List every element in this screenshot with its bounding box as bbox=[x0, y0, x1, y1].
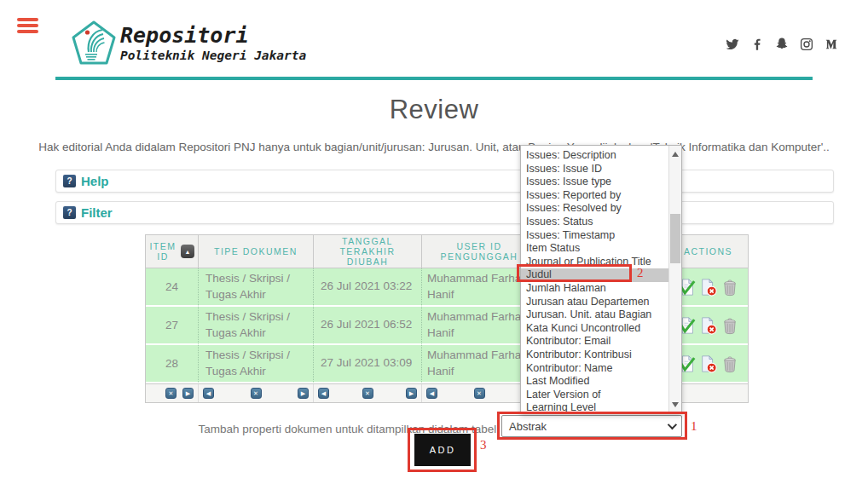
column-move-right-button[interactable]: ▶ bbox=[298, 388, 309, 399]
column-move-left-button[interactable]: ◀ bbox=[318, 388, 329, 399]
dropdown-option[interactable]: Journal or Publication Title bbox=[521, 256, 681, 269]
dropdown-option[interactable]: Issues: Timestamp bbox=[521, 229, 681, 243]
filter-panel-toggle[interactable]: ? Filter bbox=[55, 201, 834, 224]
property-select[interactable]: Abstrak bbox=[501, 415, 682, 437]
cell-tipe-dokumen: Thesis / Skripsi / Tugas Akhir bbox=[199, 345, 314, 383]
add-button-label: ADD bbox=[430, 445, 456, 455]
question-mark-icon: ? bbox=[63, 175, 76, 187]
dropdown-option[interactable]: Kontributor: Kontribusi bbox=[521, 349, 681, 362]
cell-item-id: 24 bbox=[146, 268, 199, 307]
review-page: Repositori Politeknik Negeri Jakarta Rev… bbox=[0, 0, 868, 484]
annotation-step-1: 1 bbox=[691, 419, 697, 434]
column-header-label: USER ID PENGUNGGAH bbox=[437, 241, 522, 262]
column-header-tipe-dokumen: TIPE DOKUMEN bbox=[199, 235, 314, 268]
cell-tanggal: 26 Jul 2021 06:52 bbox=[314, 307, 422, 345]
help-panel-toggle[interactable]: ? Help bbox=[55, 170, 834, 193]
dropdown-option[interactable]: Issues: Status bbox=[521, 216, 681, 229]
question-mark-icon: ? bbox=[63, 206, 76, 219]
column-header-item-id: ITEM ID ▲ bbox=[146, 235, 199, 268]
annotation-step-3: 3 bbox=[480, 438, 487, 452]
column-controls: ◀ ✕ ▶ bbox=[314, 383, 422, 402]
pnj-logo bbox=[70, 20, 118, 71]
instagram-icon[interactable] bbox=[799, 37, 814, 52]
dropdown-option[interactable]: Jurusan. Unit. atau Bagian bbox=[521, 308, 681, 322]
column-header-label: ACTIONS bbox=[684, 246, 732, 256]
dropdown-option[interactable]: Issues: Reported by bbox=[521, 189, 681, 203]
column-header-tanggal: TANGGAL TERAKHIR DIUBAH bbox=[314, 235, 422, 268]
dropdown-option-highlighted[interactable]: Judul bbox=[521, 268, 681, 282]
snapchat-icon[interactable] bbox=[774, 37, 790, 52]
dropdown-option[interactable]: Jurusan atau Departemen bbox=[521, 296, 681, 309]
header-divider bbox=[55, 77, 813, 80]
hamburger-bar bbox=[17, 30, 38, 33]
scrollbar-thumb[interactable] bbox=[670, 214, 680, 263]
reject-document-icon[interactable] bbox=[699, 316, 718, 335]
cell-item-id: 28 bbox=[146, 345, 199, 383]
filter-panel-label: Filter bbox=[81, 205, 113, 220]
dropdown-option[interactable]: Item Status bbox=[521, 242, 681, 256]
column-move-right-button[interactable]: ▶ bbox=[182, 388, 194, 399]
reject-document-icon[interactable] bbox=[699, 354, 718, 373]
column-remove-button[interactable]: ✕ bbox=[165, 388, 176, 399]
dropdown-option[interactable]: Later Version of bbox=[521, 389, 681, 402]
hamburger-bar bbox=[17, 24, 38, 27]
scroll-up-icon[interactable] bbox=[672, 152, 679, 157]
reject-document-icon[interactable] bbox=[699, 278, 718, 297]
brand-text: Repositori Politeknik Negeri Jakarta bbox=[120, 24, 306, 62]
help-panel-label: Help bbox=[81, 174, 109, 188]
cell-item-id: 27 bbox=[146, 307, 199, 345]
column-header-label: TIPE DOKUMEN bbox=[214, 246, 298, 256]
property-select-value: Abstrak bbox=[509, 420, 547, 433]
dropdown-option[interactable]: Issues: Issue type bbox=[521, 176, 681, 189]
delete-item-icon[interactable] bbox=[720, 278, 739, 297]
cell-tipe-dokumen: Thesis / Skripsi / Tugas Akhir bbox=[199, 268, 314, 307]
scrollbar[interactable] bbox=[668, 146, 681, 413]
property-dropdown-list: Issues: Description Issues: Issue ID Iss… bbox=[520, 145, 682, 414]
column-controls: ✕ ▶ bbox=[146, 383, 199, 402]
chevron-down-icon bbox=[668, 420, 677, 429]
social-links bbox=[725, 37, 839, 52]
brand-title: Repositori bbox=[120, 24, 306, 48]
dropdown-option[interactable]: Kontributor: Email bbox=[521, 335, 681, 349]
page-title: Review bbox=[0, 95, 868, 125]
annotation-step-2: 2 bbox=[637, 266, 644, 280]
editorial-scope-text: Hak editorial Anda didalam Repositori PN… bbox=[0, 141, 868, 153]
column-header-label: TANGGAL TERAKHIR DIUBAH bbox=[321, 236, 414, 267]
dropdown-option[interactable]: Jumlah Halaman bbox=[521, 282, 681, 296]
scroll-down-icon[interactable] bbox=[672, 402, 679, 407]
medium-icon[interactable] bbox=[824, 37, 839, 52]
add-button[interactable]: ADD bbox=[414, 434, 471, 466]
delete-item-icon[interactable] bbox=[720, 316, 739, 335]
dropdown-option[interactable]: Kontributor: Name bbox=[521, 362, 681, 376]
brand-subtitle: Politeknik Negeri Jakarta bbox=[120, 49, 306, 62]
dropdown-option[interactable]: Issues: Issue ID bbox=[521, 163, 681, 176]
hamburger-bar bbox=[17, 18, 38, 21]
dropdown-option[interactable]: Learning Level bbox=[521, 401, 681, 415]
menu-hamburger-icon[interactable] bbox=[17, 18, 38, 36]
column-move-right-button[interactable]: ▶ bbox=[406, 388, 417, 399]
column-move-left-button[interactable]: ◀ bbox=[426, 388, 437, 399]
facebook-icon[interactable] bbox=[749, 37, 765, 52]
dropdown-option[interactable]: Kata Kunci Uncontrolled bbox=[521, 322, 681, 336]
dropdown-option[interactable]: Issues: Description bbox=[521, 149, 681, 163]
dropdown-option[interactable]: Issues: Resolved by bbox=[521, 202, 681, 216]
column-remove-button[interactable]: ✕ bbox=[474, 388, 485, 399]
twitter-icon[interactable] bbox=[725, 37, 740, 52]
delete-item-icon[interactable] bbox=[720, 354, 739, 373]
cell-tanggal: 26 Jul 2021 03:22 bbox=[314, 268, 422, 307]
column-remove-button[interactable]: ✕ bbox=[251, 388, 262, 399]
dropdown-option[interactable]: Last Modified bbox=[521, 375, 681, 389]
column-controls: ◀ ✕ ▶ bbox=[199, 383, 314, 402]
sort-ascending-icon[interactable]: ▲ bbox=[181, 245, 194, 258]
cell-tanggal: 27 Jul 2021 03:09 bbox=[314, 345, 422, 383]
column-header-label: ITEM ID bbox=[149, 241, 176, 262]
column-move-left-button[interactable]: ◀ bbox=[203, 388, 214, 399]
column-remove-button[interactable]: ✕ bbox=[362, 388, 373, 399]
cell-tipe-dokumen: Thesis / Skripsi / Tugas Akhir bbox=[199, 307, 314, 345]
